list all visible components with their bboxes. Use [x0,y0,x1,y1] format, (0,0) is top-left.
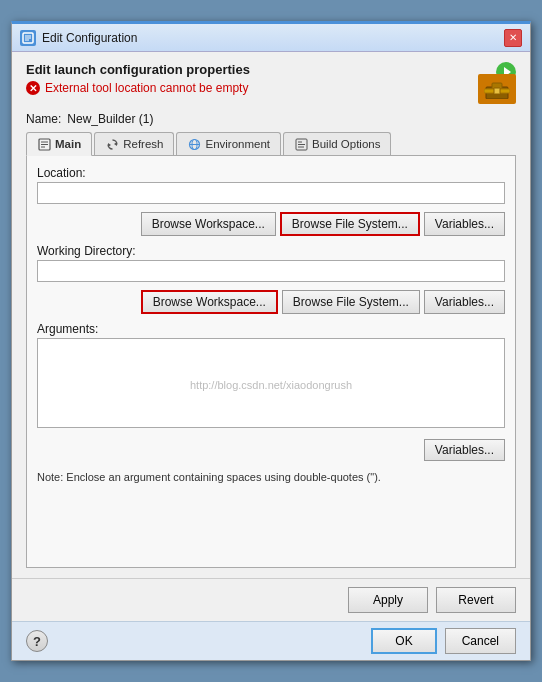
tab-main[interactable]: Main [26,132,92,156]
arguments-variables-button[interactable]: Variables... [424,439,505,461]
arguments-wrapper: http://blog.csdn.net/xiaodongrush [37,338,505,431]
working-dir-input[interactable] [37,260,505,282]
name-value: New_Builder (1) [67,112,153,126]
revert-button[interactable]: Revert [436,587,516,613]
location-label: Location: [37,166,505,180]
header-title: Edit launch configuration properties [26,62,250,77]
tab-environment-label: Environment [205,138,270,150]
svg-marker-12 [114,142,117,146]
bottom-actions: Apply Revert [12,578,530,621]
dialog-icon [20,30,36,46]
arguments-label: Arguments: [37,322,505,336]
toolbox-icon [478,74,516,104]
header-icon-area [468,62,516,104]
error-message: External tool location cannot be empty [45,81,248,95]
arguments-btn-row: Variables... [37,439,505,461]
arguments-section: Arguments: http://blog.csdn.net/xiaodong… [37,322,505,431]
refresh-tab-icon [105,137,119,151]
working-dir-label: Working Directory: [37,244,505,258]
tabs-bar: Main Refresh [26,132,516,156]
tab-refresh[interactable]: Refresh [94,132,174,155]
environment-tab-icon [187,137,201,151]
arguments-input[interactable] [37,338,505,428]
variables-button[interactable]: Variables... [424,212,505,236]
tab-build-options-label: Build Options [312,138,380,150]
location-input[interactable] [37,182,505,204]
tab-refresh-label: Refresh [123,138,163,150]
browse-workspace-button[interactable]: Browse Workspace... [141,212,276,236]
main-tab-icon [37,137,51,151]
close-button[interactable]: ✕ [504,29,522,47]
working-dir-btn-row: Browse Workspace... Browse File System..… [37,290,505,314]
browse-filesystem2-button[interactable]: Browse File System... [282,290,420,314]
apply-button[interactable]: Apply [348,587,428,613]
footer-bar: ? OK Cancel [12,621,530,660]
browse-workspace2-button[interactable]: Browse Workspace... [141,290,278,314]
note-text: Note: Enclose an argument containing spa… [37,471,505,483]
header-section: Edit launch configuration properties ✕ E… [26,62,516,104]
svg-rect-7 [494,88,500,94]
location-btn-row: Browse Workspace... Browse File System..… [37,212,505,236]
name-row: Name: New_Builder (1) [26,112,516,126]
build-options-tab-icon [294,137,308,151]
browse-filesystem-button[interactable]: Browse File System... [280,212,420,236]
name-label: Name: [26,112,61,126]
variables2-button[interactable]: Variables... [424,290,505,314]
title-bar: Edit Configuration ✕ [12,24,530,52]
error-row: ✕ External tool location cannot be empty [26,81,250,95]
tab-build-options[interactable]: Build Options [283,132,391,155]
help-button[interactable]: ? [26,630,48,652]
dialog-body: Edit launch configuration properties ✕ E… [12,52,530,578]
svg-marker-13 [108,143,111,147]
location-section: Location: [37,166,505,204]
working-dir-section: Working Directory: [37,244,505,282]
dialog-title: Edit Configuration [42,31,137,45]
tab-environment[interactable]: Environment [176,132,281,155]
error-icon: ✕ [26,81,40,95]
header-left: Edit launch configuration properties ✕ E… [26,62,250,95]
edit-configuration-dialog: Edit Configuration ✕ Edit launch configu… [11,21,531,661]
tab-main-label: Main [55,138,81,150]
cancel-button[interactable]: Cancel [445,628,516,654]
tab-content-main: Location: Browse Workspace... Browse Fil… [26,156,516,568]
ok-button[interactable]: OK [371,628,436,654]
ok-cancel-row: OK Cancel [371,628,516,654]
